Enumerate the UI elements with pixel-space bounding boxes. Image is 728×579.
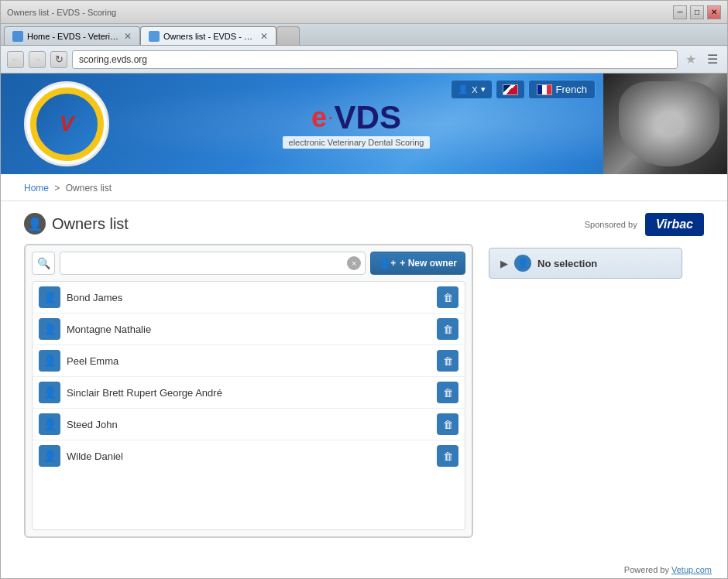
page-content: 👤 X ▾ French V (1, 74, 727, 578)
maximize-button[interactable]: □ (690, 5, 704, 19)
owner-delete-button[interactable]: 🗑 (437, 286, 458, 308)
evds-subtitle: electronic Veterinary Dental Scoring (283, 136, 431, 149)
owner-name: Montagne Nathalie (67, 324, 431, 335)
owner-icon: 👤 (39, 445, 60, 467)
bookmark-button[interactable]: ★ (682, 51, 699, 68)
tab-home[interactable]: Home - EVDS - Veterinary De... ✕ (4, 26, 140, 45)
url-input[interactable] (72, 50, 678, 69)
close-button[interactable]: ✕ (707, 5, 721, 19)
uk-flag-icon (503, 84, 518, 95)
owner-name: Bond James (67, 292, 431, 303)
owner-name: Peel Emma (67, 355, 431, 367)
owner-icon: 👤 (39, 318, 60, 340)
new-tab-button[interactable] (276, 26, 300, 45)
owner-name: Steed John (67, 419, 431, 430)
search-input-wrap: × (60, 252, 366, 275)
xray-tooth-shape (619, 81, 719, 166)
evds-dot: · (328, 109, 333, 127)
breadcrumb-separator: > (54, 183, 60, 194)
new-owner-label: + New owner (400, 258, 457, 269)
logo-v-letter: V (60, 111, 74, 136)
owners-box: 🔍 × 👤+ + New owner 👤 Bond James (24, 244, 473, 538)
owner-delete-button[interactable]: 🗑 (437, 413, 458, 435)
window-title: Owners list - EVDS - Scoring (7, 8, 116, 17)
tab-owners-title: Owners list - EVDS - Scoring (163, 32, 256, 41)
language-label: French (556, 84, 587, 95)
page-footer: Powered by Vetup.com (624, 565, 712, 574)
title-bar: Owners list - EVDS - Scoring ─ □ ✕ (1, 1, 727, 24)
right-panel: Sponsored by Virbac ▶ 👤 No selection (489, 213, 704, 572)
search-icon: 🔍 (32, 252, 55, 275)
owner-icon: 👤 (39, 382, 60, 403)
new-owner-button[interactable]: 👤+ + New owner (370, 252, 465, 275)
owner-row[interactable]: 👤 Montagne Nathalie 🗑 (33, 313, 465, 345)
owner-row[interactable]: 👤 Peel Emma 🗑 (33, 345, 465, 377)
no-selection-arrow: ▶ (500, 258, 508, 269)
no-selection-text: No selection (537, 258, 597, 269)
footer-link[interactable]: Vetup.com (671, 565, 712, 574)
browser-window: Owners list - EVDS - Scoring ─ □ ✕ Home … (0, 0, 728, 579)
evds-vds: VDS (335, 99, 401, 136)
address-bar: ← → ↻ ★ ☰ (1, 46, 727, 74)
user-button[interactable]: 👤 X ▾ (451, 80, 492, 99)
page-title-text: Owners list (52, 215, 129, 233)
owner-name: Sinclair Brett Rupert George André (67, 387, 431, 399)
search-clear-button[interactable]: × (347, 256, 361, 270)
owner-row[interactable]: 👤 Sinclair Brett Rupert George André 🗑 (33, 377, 465, 409)
header-brand: e · VDS electronic Veterinary Dental Sco… (109, 99, 603, 149)
forward-button[interactable]: → (29, 51, 46, 68)
language-uk-button[interactable] (496, 80, 525, 99)
owner-delete-button[interactable]: 🗑 (437, 445, 458, 467)
sponsored-label: Sponsored by (585, 220, 637, 229)
owner-icon: 👤 (39, 350, 60, 372)
left-panel: 👤 Owners list 🔍 × 👤+ + New owner (24, 213, 473, 572)
tab-bar: Home - EVDS - Veterinary De... ✕ Owners … (1, 24, 727, 46)
breadcrumb-home[interactable]: Home (24, 183, 49, 194)
menu-button[interactable]: ☰ (704, 51, 721, 68)
owner-delete-button[interactable]: 🗑 (437, 318, 458, 340)
owner-icon: 👤 (39, 413, 60, 435)
xray-image (603, 74, 727, 174)
site-logo: V (24, 81, 109, 166)
language-french-dropdown[interactable]: French (528, 80, 596, 99)
no-selection-person-icon: 👤 (514, 255, 531, 272)
language-bar: 👤 X ▾ French (451, 80, 596, 99)
evds-e: e (311, 101, 327, 134)
no-selection-button[interactable]: ▶ 👤 No selection (489, 248, 682, 279)
owner-delete-button[interactable]: 🗑 (437, 350, 458, 372)
xray-photo (603, 74, 727, 174)
breadcrumb-current: Owners list (66, 183, 112, 194)
owner-row[interactable]: 👤 Wilde Daniel 🗑 (33, 440, 465, 471)
refresh-button[interactable]: ↻ (50, 51, 67, 68)
search-input[interactable] (60, 252, 366, 275)
tab-home-close[interactable]: ✕ (124, 31, 132, 42)
tab-home-icon (12, 31, 23, 42)
window-controls: ─ □ ✕ (673, 5, 721, 19)
new-owner-icon: 👤+ (379, 258, 396, 269)
page-title-icon: 👤 (24, 213, 46, 235)
footer-label: Powered by (624, 565, 669, 574)
tab-owners-close[interactable]: ✕ (260, 31, 268, 42)
virbac-logo: Virbac (645, 213, 704, 236)
owner-delete-button[interactable]: 🗑 (437, 382, 458, 403)
user-close: X (472, 85, 477, 94)
breadcrumb-bar: Home > Owners list (1, 174, 727, 201)
main-content: 👤 Owners list 🔍 × 👤+ + New owner (1, 201, 727, 578)
search-bar: 🔍 × 👤+ + New owner (32, 252, 465, 275)
tab-owners-icon (149, 31, 160, 42)
user-chevron: ▾ (481, 84, 486, 94)
breadcrumb: Home > Owners list (24, 183, 112, 194)
evds-logo: e · VDS (311, 99, 401, 136)
site-header: 👤 X ▾ French V (1, 74, 727, 174)
tab-owners[interactable]: Owners list - EVDS - Scoring ✕ (140, 26, 276, 45)
sponsored-box: Sponsored by Virbac (489, 213, 704, 236)
fr-flag-icon (537, 84, 552, 95)
minimize-button[interactable]: ─ (673, 5, 687, 19)
owner-list: 👤 Bond James 🗑 👤 Montagne Nathalie 🗑 👤 P… (32, 281, 465, 530)
user-icon: 👤 (458, 84, 469, 94)
tab-home-title: Home - EVDS - Veterinary De... (27, 32, 120, 41)
owner-row[interactable]: 👤 Steed John 🗑 (33, 409, 465, 440)
owner-row[interactable]: 👤 Bond James 🗑 (33, 282, 465, 313)
back-button[interactable]: ← (7, 51, 24, 68)
owner-icon: 👤 (39, 286, 60, 308)
